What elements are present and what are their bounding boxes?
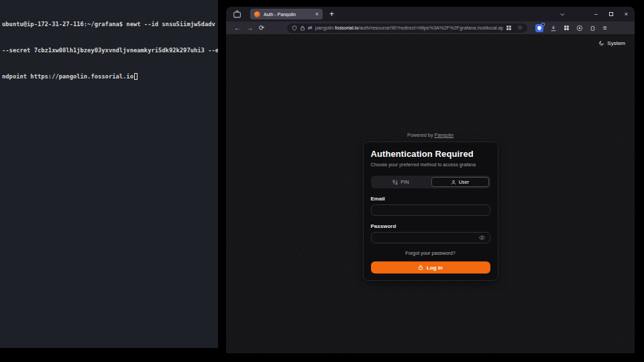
browser-toolbar: ← → ⟳ ⇄ pangolin.fossorial.io/auth/resou… (226, 21, 635, 34)
pangolin-link[interactable]: Pangolin (435, 132, 453, 138)
sun-moon-icon (598, 40, 604, 46)
binary-pin-icon (392, 180, 398, 185)
auth-method-tabs: PIN User (371, 176, 490, 188)
terminal-line: ndpoint https://pangolin.fossorial.io (2, 72, 216, 81)
show-password-eye-icon[interactable] (479, 235, 485, 241)
tracking-protection-shield-icon[interactable] (292, 25, 297, 31)
reload-button[interactable]: ⟳ (256, 25, 268, 32)
lock-icon (418, 265, 423, 270)
forward-button[interactable]: → (244, 25, 256, 32)
lock-icon[interactable] (300, 25, 305, 31)
card-subtitle: Choose your preferred method to access g… (371, 162, 490, 168)
close-window-button[interactable]: × (625, 11, 628, 17)
new-tab-button[interactable]: + (329, 10, 334, 18)
puzzle-extension-icon[interactable] (590, 25, 596, 32)
downloads-icon[interactable] (550, 25, 557, 32)
theme-toggle[interactable]: System (598, 40, 625, 46)
tab-title: Auth - Pangolin (264, 12, 312, 17)
password-label: Password (371, 223, 490, 229)
terminal-window[interactable]: ubuntu@ip-172-31-27-116:~/grafana$ newt … (0, 0, 218, 348)
tab-close-icon[interactable]: × (315, 11, 319, 17)
auth-card: Authentication Required Choose your pref… (363, 141, 498, 281)
card-title: Authentication Required (371, 149, 490, 159)
browser-tab-bar: Auth - Pangolin × + – × (226, 7, 635, 21)
adblock-circle-icon[interactable] (576, 25, 583, 32)
url-text: pangolin.fossorial.io/auth/resource/90?r… (315, 25, 503, 31)
window-controls: – × (559, 11, 628, 17)
tab-user[interactable]: User (431, 177, 489, 187)
user-icon (451, 180, 456, 185)
maximize-button[interactable] (609, 12, 613, 16)
theme-label: System (607, 40, 625, 46)
extension-badge (541, 23, 545, 26)
terminal-line: --secret 7cbz1xw08lh1jbzey03yxvndljvneam… (2, 46, 216, 55)
list-tabs-chevron-icon[interactable] (559, 11, 566, 17)
shield-extension-icon[interactable] (535, 24, 543, 32)
terminal-cursor (134, 73, 138, 80)
email-field[interactable] (371, 204, 490, 216)
container-grid-icon[interactable] (506, 25, 512, 31)
back-button[interactable]: ← (231, 25, 244, 32)
url-bar[interactable]: ⇄ pangolin.fossorial.io/auth/resource/90… (287, 23, 527, 33)
powered-by: Powered by Pangolin (407, 132, 453, 138)
browser-tab-auth-pangolin[interactable]: Auth - Pangolin × (250, 9, 323, 19)
terminal-line: ubuntu@ip-172-31-27-116:~/grafana$ newt … (2, 20, 216, 29)
exchange-icon[interactable]: ⇄ (308, 25, 313, 31)
forgot-password-link[interactable]: Forgot your password? (371, 250, 490, 256)
auth-page: System Powered by Pangolin Authenticatio… (226, 34, 635, 353)
email-label: Email (371, 196, 490, 202)
extensions-grid-icon[interactable] (564, 25, 570, 31)
hamburger-menu-icon[interactable]: ≡ (603, 25, 607, 32)
tab-pin[interactable]: PIN (372, 177, 430, 187)
minimize-button[interactable]: – (594, 11, 598, 17)
password-field[interactable] (371, 232, 490, 243)
firefox-view-icon[interactable] (233, 10, 241, 19)
bookmark-star-icon[interactable]: ☆ (517, 25, 523, 31)
browser-window: Auth - Pangolin × + – × ← → ⟳ ⇄ pangolin… (226, 7, 635, 353)
toolbar-extension-icons: ≡ (535, 24, 607, 32)
login-button[interactable]: Log in (371, 261, 490, 274)
pangolin-favicon-icon (254, 11, 260, 17)
